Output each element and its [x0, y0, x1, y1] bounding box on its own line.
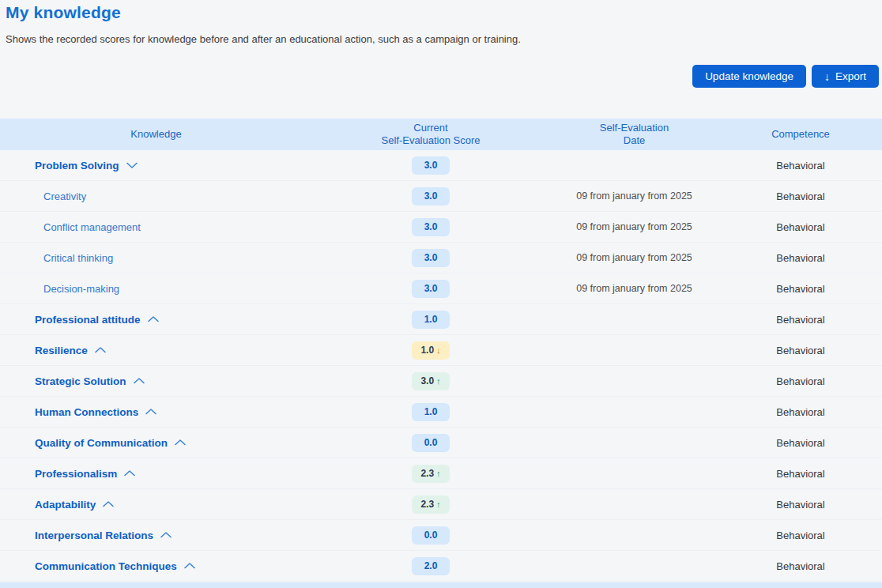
- competence-value: Behavioral: [719, 375, 882, 387]
- score-cell: 1.0: [312, 403, 549, 421]
- table-row: Quality of Communication 0.0 Behavioral: [0, 428, 882, 458]
- table-header-row: Knowledge Current Self-Evaluation Score …: [0, 119, 882, 150]
- chevron-up-icon[interactable]: [184, 563, 195, 569]
- score-badge: 1.0: [412, 403, 450, 421]
- knowledge-table: Knowledge Current Self-Evaluation Score …: [0, 119, 882, 582]
- table-row: Decision-making 3.0 09 from january from…: [0, 273, 882, 304]
- score-badge: 3.0: [412, 218, 450, 236]
- knowledge-label[interactable]: Interpersonal Relations: [35, 530, 153, 541]
- knowledge-label[interactable]: Decision-making: [43, 283, 119, 295]
- score-cell: 0.0: [312, 434, 549, 452]
- knowledge-label[interactable]: Conflict management: [43, 221, 141, 233]
- chevron-down-icon[interactable]: [126, 162, 138, 168]
- knowledge-cell: Conflict management: [0, 221, 312, 233]
- knowledge-label[interactable]: Communication Techniques: [35, 560, 177, 572]
- table-row: Critical thinking 3.0 09 from january fr…: [0, 243, 882, 273]
- knowledge-label[interactable]: Critical thinking: [43, 252, 113, 264]
- evaluation-date: 09 from january from 2025: [549, 283, 719, 294]
- trend-up-arrow-icon: ↑: [436, 469, 441, 478]
- chevron-up-icon[interactable]: [134, 378, 145, 384]
- knowledge-cell: Strategic Solution: [0, 375, 312, 387]
- chevron-up-icon[interactable]: [124, 470, 135, 477]
- chevron-up-icon[interactable]: [148, 316, 159, 322]
- score-badge: 1.0 ↓: [412, 341, 450, 360]
- score-cell: 2.3 ↑: [312, 465, 549, 483]
- competence-value: Behavioral: [719, 160, 882, 172]
- table-row: Human Connections 1.0 Behavioral: [0, 397, 882, 428]
- download-arrow-icon: ↓: [824, 70, 830, 83]
- competence-value: Behavioral: [719, 406, 882, 418]
- score-cell: 2.0: [312, 557, 549, 575]
- evaluation-date: 09 from january from 2025: [549, 190, 719, 202]
- score-badge: 3.0 ↑: [412, 372, 450, 390]
- competence-value: Behavioral: [719, 560, 882, 572]
- score-badge: 3.0: [412, 156, 450, 175]
- footer-strip: [0, 582, 882, 588]
- knowledge-cell: Professionalism: [0, 468, 312, 480]
- knowledge-label[interactable]: Resilience: [35, 345, 88, 356]
- trend-up-arrow-icon: ↑: [436, 376, 441, 386]
- column-header-knowledge: Knowledge: [0, 128, 312, 141]
- competence-value: Behavioral: [719, 437, 882, 449]
- score-cell: 3.0 ↑: [312, 372, 549, 390]
- competence-value: Behavioral: [719, 499, 882, 511]
- column-header-competence: Competence: [719, 128, 882, 141]
- score-cell: 3.0: [312, 218, 549, 236]
- score-value: 2.3: [420, 499, 434, 510]
- column-header-date: Self-Evaluation Date: [549, 122, 719, 148]
- competence-value: Behavioral: [719, 468, 882, 480]
- table-row: Adaptability 2.3 ↑ Behavioral: [0, 489, 882, 520]
- knowledge-cell: Quality of Communication: [0, 437, 312, 449]
- competence-value: Behavioral: [719, 190, 882, 202]
- score-cell: 1.0 ↓: [312, 341, 549, 360]
- chevron-up-icon[interactable]: [95, 347, 106, 353]
- score-cell: 2.3 ↑: [312, 496, 549, 514]
- score-value: 1.0: [424, 406, 438, 417]
- competence-value: Behavioral: [719, 345, 882, 356]
- chevron-up-icon[interactable]: [175, 439, 186, 446]
- table-row: Interpersonal Relations 0.0 Behavioral: [0, 520, 882, 551]
- chevron-up-icon[interactable]: [145, 409, 156, 415]
- score-cell: 3.0: [312, 249, 549, 267]
- knowledge-label[interactable]: Professional attitude: [35, 314, 141, 326]
- knowledge-label[interactable]: Professionalism: [35, 468, 117, 480]
- knowledge-label[interactable]: Quality of Communication: [35, 437, 168, 449]
- evaluation-date: 09 from january from 2025: [549, 221, 719, 232]
- score-badge: 3.0: [412, 249, 450, 267]
- chevron-up-icon[interactable]: [160, 532, 172, 538]
- competence-value: Behavioral: [719, 221, 882, 233]
- trend-up-arrow-icon: ↑: [436, 499, 441, 509]
- competence-value: Behavioral: [719, 252, 882, 264]
- score-badge: 2.3 ↑: [412, 465, 450, 483]
- knowledge-cell: Human Connections: [0, 406, 312, 418]
- knowledge-label[interactable]: Adaptability: [35, 499, 96, 511]
- score-badge: 0.0: [412, 434, 450, 452]
- score-badge: 0.0: [412, 526, 450, 545]
- knowledge-label[interactable]: Problem Solving: [35, 160, 119, 172]
- score-value: 0.0: [424, 437, 438, 448]
- score-cell: 3.0: [312, 156, 549, 175]
- table-row: Strategic Solution 3.0 ↑ Behavioral: [0, 366, 882, 397]
- knowledge-cell: Problem Solving: [0, 160, 312, 172]
- chevron-up-icon[interactable]: [103, 501, 114, 507]
- export-button[interactable]: ↓ Export: [812, 65, 879, 88]
- knowledge-label[interactable]: Strategic Solution: [35, 375, 126, 387]
- knowledge-label[interactable]: Human Connections: [35, 406, 138, 418]
- competence-value: Behavioral: [719, 283, 882, 295]
- score-badge: 3.0: [412, 280, 450, 298]
- knowledge-cell: Interpersonal Relations: [0, 530, 312, 541]
- score-badge: 2.0: [412, 557, 450, 575]
- knowledge-label[interactable]: Creativity: [43, 190, 86, 202]
- score-value: 3.0: [424, 221, 438, 232]
- table-row: Professionalism 2.3 ↑ Behavioral: [0, 458, 882, 489]
- page-header: My knowledge Shows the recorded scores f…: [0, 0, 882, 45]
- update-knowledge-button[interactable]: Update knowledge: [692, 65, 806, 88]
- knowledge-cell: Creativity: [0, 190, 312, 202]
- trend-down-arrow-icon: ↓: [436, 345, 441, 355]
- score-badge: 1.0: [412, 311, 450, 329]
- page-subtitle: Shows the recorded scores for knowledge …: [6, 33, 882, 45]
- score-cell: 1.0: [312, 311, 549, 329]
- competence-value: Behavioral: [719, 314, 882, 326]
- score-value: 3.0: [424, 283, 438, 294]
- score-badge: 3.0: [412, 187, 450, 205]
